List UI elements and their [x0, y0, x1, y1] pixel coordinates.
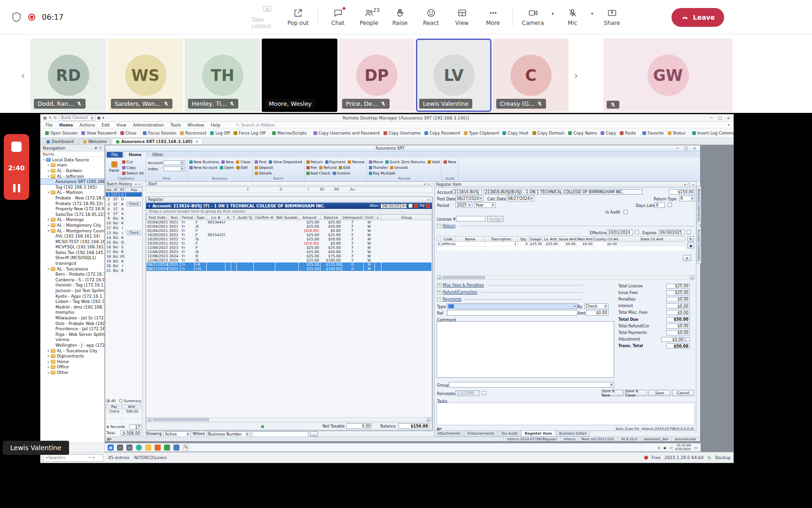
tree-item[interactable]: ▸AL - Tuscaloosa City	[40, 348, 104, 354]
rdm-ribbon-copy-username-button[interactable]: Copy Username	[382, 130, 422, 136]
minimize-button[interactable]: ─	[707, 116, 716, 120]
tree-item[interactable]: Jackson - Jail Test Spillman (17...	[40, 288, 104, 294]
tree-item[interactable]: Probate (172.18.95.15)	[40, 201, 104, 206]
search-icon[interactable]: ⌕	[117, 444, 123, 451]
return-type-select[interactable]: R	[679, 196, 695, 201]
register-row[interactable]: 08/27/20242025YrI-IS$25.00$150.00DM	[147, 267, 432, 271]
expand-section-icon[interactable]: +	[437, 290, 441, 294]
rdm-ribbon-view-password-button[interactable]: View Password	[79, 130, 118, 136]
edit-button[interactable]: Edit	[236, 165, 248, 170]
browse-button[interactable]: …	[310, 431, 318, 437]
rdm-ribbon-search[interactable]: Search in Ribbon	[236, 123, 275, 127]
post-button[interactable]: Post	[255, 159, 267, 165]
rdm-ribbon-copy-password-button[interactable]: Copy Password	[422, 130, 462, 136]
rdm-ribbon-focus-session-button[interactable]: Focus Session	[141, 130, 178, 136]
rdm-menu-view[interactable]: View	[113, 123, 130, 127]
misc-fees-section[interactable]: + Misc Fees & Penalties	[437, 283, 583, 287]
tree-item[interactable]: Helsinki - Tag (172.16.1.29)	[40, 283, 104, 288]
item-grid-column-header[interactable]: Lic Amt	[542, 237, 559, 242]
effective-checkbox[interactable]	[635, 230, 639, 234]
return-section-header[interactable]: − Return	[437, 223, 695, 228]
tree-expander-icon[interactable]: ▸	[47, 218, 51, 222]
tree-item[interactable]: Tag (192.168.3.165)	[40, 184, 104, 190]
app-minimize-button[interactable]: ─	[673, 146, 682, 151]
tree-item[interactable]: Madrid - dmz (192.168.100.35)	[40, 304, 104, 310]
backup-label[interactable]: Backup	[715, 455, 731, 460]
rdm-tab-assurance-srt-192-168-3-140[interactable]: Assurance SRT (192.168.3.140)×	[112, 138, 203, 144]
dropdown-icon[interactable]: ▾	[424, 183, 426, 186]
close-icon[interactable]: ×	[692, 183, 695, 187]
rdm-menu-actions[interactable]: Actions	[76, 123, 98, 127]
batch-row[interactable]: 19BUR	[106, 259, 142, 264]
bottom-tab-attachments[interactable]: Attachments	[434, 431, 463, 437]
pop-out-button[interactable]: Pop out	[282, 8, 313, 26]
invoice-button[interactable]: Invoice	[333, 171, 350, 176]
register-row[interactable]: 02/04/20212021YrP00134414$25.00$25.00FW	[147, 220, 432, 225]
rdm-ribbon-paste-button[interactable]: Paste	[618, 130, 638, 136]
register-row[interactable]: 10/20/20212022YrP($50.00)$0.00FW	[147, 241, 432, 246]
edge-icon[interactable]	[136, 444, 142, 451]
item-grid-column-header[interactable]: Usage	[529, 237, 542, 242]
rdm-tab-dashboard[interactable]: Dashboard	[42, 138, 78, 144]
new-button[interactable]: New	[221, 159, 234, 165]
tree-item[interactable]: ▸Digicontracts	[40, 353, 104, 359]
app-tab-home[interactable]: Home	[124, 151, 147, 158]
index-combo[interactable]	[164, 167, 185, 171]
tree-item[interactable]: Oslo - Probate Web (192.168.1...	[40, 321, 104, 326]
camera-options-chevron[interactable]: ▾	[548, 11, 557, 16]
rdm-ribbon-copy-username-and-password-button[interactable]: Copy Username and Password	[312, 130, 382, 136]
view-deposited-button[interactable]: View Deposited	[269, 159, 302, 165]
batch-row[interactable]: 16BUS	[106, 245, 142, 250]
rdm-ribbon-macros-scripts-button[interactable]: Macros/Scripts	[270, 130, 309, 136]
register-column-header[interactable]: Y	[231, 215, 237, 220]
register-row[interactable]: 10/20/20212022YrP00154225$25.00$25.00FW	[147, 233, 432, 237]
participant-tile[interactable]: Moore, Wesley	[262, 39, 337, 112]
scroll-left-icon[interactable]: ◂	[147, 418, 152, 421]
tree-expander-icon[interactable]: ▸	[47, 349, 51, 353]
strip-next-button[interactable]: ›	[570, 68, 582, 82]
quick-connect-combo[interactable]: Quick Connect	[59, 115, 95, 121]
post-date-input[interactable]: 08/27/2024	[455, 196, 484, 201]
participant-tile[interactable]: CCreasy (G...	[493, 39, 569, 112]
rdm-menu-home[interactable]: Home	[56, 123, 76, 127]
batch-row[interactable]: 3STRCheck	[106, 202, 142, 207]
batch-column-header[interactable]: RT	[119, 188, 126, 192]
tree-expander-icon[interactable]: ▾	[47, 229, 51, 233]
tree-item[interactable]: Kyoto - Apps (172.16.1.160)	[40, 294, 104, 299]
participant-tile[interactable]: THHenley, Ti...	[185, 39, 260, 112]
view-button[interactable]: View	[446, 8, 477, 26]
panel-menu-icon[interactable]: ▦▾	[437, 427, 442, 431]
rdm-menu-tools[interactable]: Tools	[167, 123, 184, 127]
reinstate-input[interactable]: 1/1/2000	[455, 390, 480, 396]
register-row[interactable]: 10/20/20212022YrIS$25.00$50.00FW	[147, 237, 432, 241]
participant-tile[interactable]: WSSanders, Wan...	[108, 39, 183, 112]
filter-all-radio[interactable]	[106, 399, 110, 403]
search-clear-icon[interactable]: ×	[92, 456, 95, 460]
register-column-header[interactable]: On/V	[364, 215, 375, 220]
deposit-button[interactable]: Deposit	[255, 165, 273, 170]
tree-item[interactable]: Assurance SRT (192.168.3...	[40, 179, 104, 184]
register-row[interactable]: 02/04/20212021YrIS$25.00$50.00FW	[147, 224, 432, 229]
app-maximize-button[interactable]: □	[682, 146, 690, 151]
new-business-button[interactable]: New Business	[189, 159, 219, 165]
reinstate-checkbox[interactable]	[482, 391, 486, 395]
calc-date-input[interactable]: 08/27/2024	[506, 196, 534, 201]
grid-close-button[interactable]: ×	[683, 255, 691, 261]
status-menu-icon[interactable]: ▦▾	[107, 437, 112, 441]
item-grid-column-header[interactable]: Name	[456, 237, 485, 242]
register-column-header[interactable]: Group	[382, 215, 432, 220]
rdm-ribbon-copy-host-button[interactable]: Copy Host	[500, 130, 530, 136]
register-column-header[interactable]: Lic #	[207, 215, 226, 220]
react-button[interactable]: React	[415, 8, 446, 26]
notifications-icon[interactable]: ▭	[694, 445, 698, 450]
batch-row[interactable]: 10BUR	[106, 221, 142, 226]
payment-type-select[interactable]	[447, 303, 578, 309]
register-row[interactable]: 12/06/20222023YrP$25.00$25.00FW	[147, 246, 432, 250]
select-all-button[interactable]: Select All	[122, 171, 144, 176]
tree-item[interactable]: Wellington - J - app (172.16.0...	[40, 342, 104, 348]
take-control-button[interactable]: Take control	[251, 5, 282, 30]
tree-expander-icon[interactable]: ▸	[47, 223, 51, 227]
bottom-tab-business-detail[interactable]: Business Detail	[556, 431, 590, 437]
tree-item[interactable]: Sheriff (MCSOSQL1)	[40, 255, 104, 261]
rdm-ribbon-copy-domain-button[interactable]: Copy Domain	[531, 130, 567, 136]
